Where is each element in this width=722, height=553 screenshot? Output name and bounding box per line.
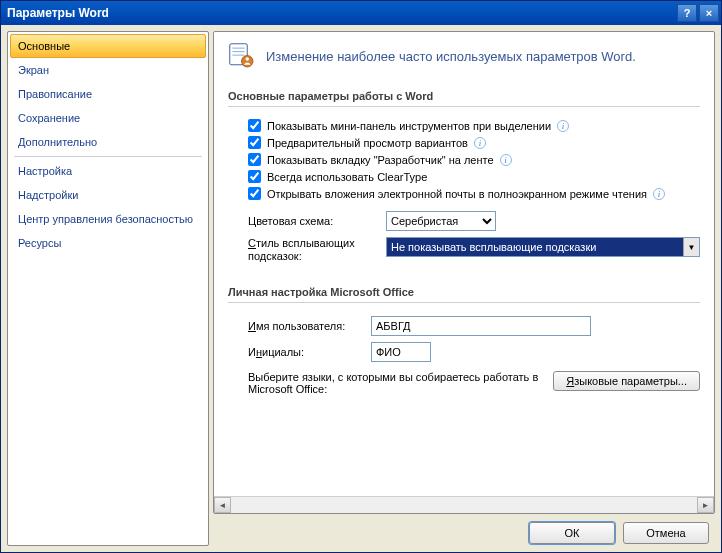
option-checkbox[interactable]	[248, 170, 261, 183]
sidebar: ОсновныеЭкранПравописаниеСохранениеДопол…	[7, 31, 209, 546]
close-icon: ×	[706, 7, 712, 19]
page-header: Изменение наиболее часто используемых па…	[228, 42, 700, 70]
dialog-body: ОсновныеЭкранПравописаниеСохранениеДопол…	[1, 25, 721, 552]
horizontal-scrollbar[interactable]: ◄ ►	[214, 496, 714, 513]
info-icon[interactable]: i	[474, 137, 486, 149]
info-icon[interactable]: i	[557, 120, 569, 132]
checkbox-group: Показывать мини-панель инструментов при …	[228, 117, 700, 202]
color-scheme-label: Цветовая схема:	[248, 215, 378, 227]
dialog-footer: ОК Отмена	[213, 514, 715, 546]
sidebar-item[interactable]: Надстройки	[10, 183, 206, 207]
username-label: Имя пользователя:	[248, 320, 363, 332]
scroll-track[interactable]	[231, 497, 697, 513]
initials-label: Инициалы:	[248, 346, 363, 358]
titlebar-title: Параметры Word	[7, 6, 675, 20]
language-settings-button[interactable]: Языковые параметры...	[553, 371, 700, 391]
color-scheme-select[interactable]: Серебристая	[386, 211, 496, 231]
titlebar: Параметры Word ? ×	[1, 1, 721, 25]
option-row: Показывать мини-панель инструментов при …	[228, 117, 700, 134]
chevron-down-icon: ▼	[683, 238, 699, 256]
svg-point-4	[242, 56, 253, 67]
option-row: Открывать вложения электронной почты в п…	[228, 185, 700, 202]
option-checkbox[interactable]	[248, 153, 261, 166]
tooltip-style-value: Не показывать всплывающие подсказки	[391, 241, 596, 253]
username-input[interactable]	[371, 316, 591, 336]
username-row: Имя пользователя:	[228, 313, 700, 339]
content-panel: Изменение наиболее часто используемых па…	[213, 31, 715, 514]
sidebar-item[interactable]: Экран	[10, 58, 206, 82]
tooltip-style-label: Стиль всплывающихподсказок:	[248, 237, 378, 263]
option-row: Показывать вкладку "Разработчик" на лент…	[228, 151, 700, 168]
options-dialog: Параметры Word ? × ОсновныеЭкранПравопис…	[0, 0, 722, 553]
sidebar-item[interactable]: Основные	[10, 34, 206, 58]
option-label: Показывать вкладку "Разработчик" на лент…	[267, 154, 494, 166]
sidebar-item[interactable]: Ресурсы	[10, 231, 206, 255]
section-basic-title: Основные параметры работы с Word	[228, 84, 700, 107]
info-icon[interactable]: i	[500, 154, 512, 166]
initials-row: Инициалы:	[228, 339, 700, 365]
option-checkbox[interactable]	[248, 187, 261, 200]
sidebar-item[interactable]: Центр управления безопасностью	[10, 207, 206, 231]
sidebar-separator	[14, 156, 202, 157]
sidebar-item[interactable]: Дополнительно	[10, 130, 206, 154]
option-label: Показывать мини-панель инструментов при …	[267, 120, 551, 132]
close-button[interactable]: ×	[699, 4, 719, 22]
tooltip-style-select[interactable]: Не показывать всплывающие подсказки ▼	[386, 237, 700, 257]
initials-input[interactable]	[371, 342, 431, 362]
section-personal-title: Личная настройка Microsoft Office	[228, 280, 700, 303]
option-label: Открывать вложения электронной почты в п…	[267, 188, 647, 200]
page-header-text: Изменение наиболее часто используемых па…	[266, 49, 636, 64]
ok-button[interactable]: ОК	[529, 522, 615, 544]
tooltip-style-row: Стиль всплывающихподсказок: Не показыват…	[228, 234, 700, 266]
option-row: Всегда использовать ClearType	[228, 168, 700, 185]
option-checkbox[interactable]	[248, 119, 261, 132]
cancel-button[interactable]: Отмена	[623, 522, 709, 544]
option-label: Всегда использовать ClearType	[267, 171, 427, 183]
option-checkbox[interactable]	[248, 136, 261, 149]
content-scroll: Изменение наиболее часто используемых па…	[214, 32, 714, 496]
help-button[interactable]: ?	[677, 4, 697, 22]
help-icon: ?	[684, 7, 691, 19]
language-text: Выберите языки, с которыми вы собираетес…	[248, 371, 541, 395]
sidebar-item[interactable]: Настройка	[10, 159, 206, 183]
info-icon[interactable]: i	[653, 188, 665, 200]
color-scheme-row: Цветовая схема: Серебристая	[228, 208, 700, 234]
sidebar-item[interactable]: Сохранение	[10, 106, 206, 130]
scroll-left-button[interactable]: ◄	[214, 497, 231, 513]
settings-icon	[228, 42, 256, 70]
svg-point-5	[246, 57, 250, 61]
scroll-right-button[interactable]: ►	[697, 497, 714, 513]
option-label: Предварительный просмотр вариантов	[267, 137, 468, 149]
content-wrap: Изменение наиболее часто используемых па…	[213, 31, 715, 546]
sidebar-item[interactable]: Правописание	[10, 82, 206, 106]
option-row: Предварительный просмотр вариантовi	[228, 134, 700, 151]
language-row: Выберите языки, с которыми вы собираетес…	[228, 365, 700, 401]
